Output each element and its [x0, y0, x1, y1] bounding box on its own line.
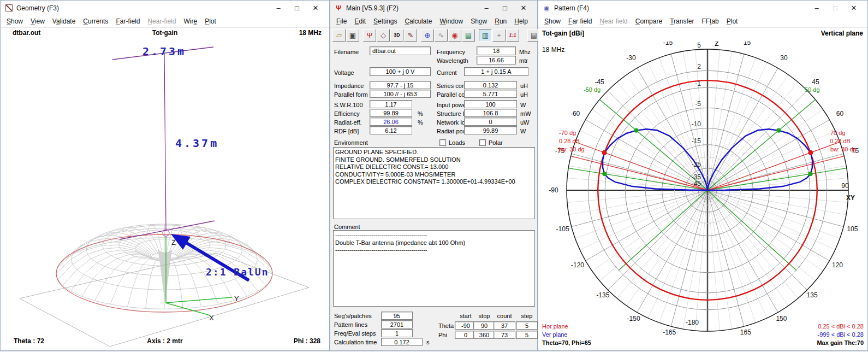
- 3d-view-button[interactable]: 3D: [390, 29, 403, 42]
- notebook-button[interactable]: ▥: [479, 29, 492, 42]
- seg-s-patches-field[interactable]: 95: [381, 312, 413, 320]
- comment-line: ----------------------------------------…: [334, 247, 534, 254]
- svg-text:-1: -1: [695, 80, 701, 87]
- calculation-time-field[interactable]: 0.172: [381, 338, 423, 346]
- main-menu-show[interactable]: Show: [467, 16, 491, 26]
- svg-text:50 dg: 50 dg: [805, 86, 820, 93]
- left-impedance-field[interactable]: 97.7 - j 15: [370, 81, 431, 89]
- polar-plot[interactable]: 52-1-5-10-15-25-35-45-165-150-135-120-10…: [538, 42, 868, 351]
- comment-textbox[interactable]: ----------------------------------------…: [333, 230, 535, 307]
- right-input-power-field[interactable]: 100: [464, 100, 517, 108]
- svg-text:-70 dg: -70 dg: [559, 130, 576, 136]
- antenna-button[interactable]: Ψ: [363, 29, 376, 42]
- main-menu-window[interactable]: Window: [436, 16, 467, 26]
- close-button[interactable]: ✕: [514, 1, 533, 15]
- right-series-comp--field[interactable]: 0.132: [464, 81, 517, 89]
- sweep-theta-step[interactable]: 5: [516, 321, 538, 330]
- svg-text:-5: -5: [695, 100, 701, 108]
- hor-range: 0.25 < dBi < 0.28: [818, 323, 864, 330]
- left-radiat-eff--field[interactable]: 26.06: [370, 118, 412, 126]
- line-chart-button[interactable]: ∿: [435, 29, 448, 42]
- 3d-view-icon: 3D: [394, 33, 400, 38]
- geometry-window: Geometry (F3) – □ ✕ ShowViewValidateCurr…: [0, 0, 330, 351]
- svg-text:45: 45: [812, 78, 819, 86]
- open-file-button[interactable]: ▱: [332, 29, 346, 42]
- main-menubar: FileEditSettingsCalculateWindowShowRunHe…: [330, 15, 537, 28]
- wavelength-field[interactable]: 16.66: [477, 56, 516, 64]
- sweep-phi-count[interactable]: 73: [494, 331, 515, 339]
- pattern-lines-field[interactable]: 2701: [381, 320, 413, 328]
- current-field[interactable]: 1 + j 0.15 A: [464, 67, 528, 76]
- polar-pattern-button[interactable]: ◉: [448, 29, 461, 42]
- main-titlebar[interactable]: Ψ Main [V5.9.3] (F2) – □ ✕: [330, 1, 537, 15]
- right-radiat-power-field[interactable]: 99.89: [464, 126, 517, 134]
- pattern-menu-compare[interactable]: Compare: [632, 16, 666, 26]
- polar-checkbox[interactable]: [479, 139, 486, 146]
- right-radiat-power-unit: W: [520, 128, 526, 134]
- maximize-button[interactable]: □: [826, 1, 845, 15]
- sweep-theta-count[interactable]: 37: [494, 321, 515, 330]
- main-menu-calculate[interactable]: Calculate: [401, 16, 436, 26]
- status-axis: Axis : 2 mtr: [1, 337, 329, 345]
- pattern-title-left: Tot-gain [dBi]: [542, 30, 584, 37]
- seg-s-patches-label: Seg's/patches: [334, 313, 372, 319]
- pattern-menu-far-field[interactable]: Far field: [564, 16, 596, 26]
- left-s-w-r-100-field[interactable]: 1.17: [370, 100, 412, 108]
- pattern-menu-fftab[interactable]: FFtab: [698, 16, 722, 26]
- sweep-theta-stop[interactable]: 90: [473, 321, 495, 330]
- minimize-button[interactable]: –: [807, 1, 826, 15]
- right-structure-loss-field[interactable]: 106.8: [464, 109, 517, 117]
- maximize-button[interactable]: □: [496, 1, 514, 15]
- main-menu-edit[interactable]: Edit: [350, 16, 370, 26]
- frequency-field[interactable]: 18: [477, 46, 516, 55]
- svg-text:-150: -150: [627, 315, 640, 322]
- right-network-loss-field[interactable]: 0: [464, 118, 517, 126]
- right-parallel-comp--field[interactable]: 5.771: [464, 90, 517, 98]
- freq-eval-steps-field[interactable]: 1: [381, 329, 413, 337]
- left-rdf-db--field[interactable]: 6.12: [370, 126, 412, 134]
- geometry-3d-view[interactable]: 2.73m 4.37m 2:1 BalUn Z X Y: [1, 39, 329, 334]
- left-parallel-form-field[interactable]: 100 // - j 653: [370, 90, 431, 98]
- edit-nec-button[interactable]: ✎: [404, 29, 417, 42]
- environment-textbox[interactable]: GROUND PLANE SPECIFIED.FINITE GROUND. SO…: [333, 147, 535, 219]
- cursor-readout: Theta=70, Phi=65: [542, 339, 591, 346]
- pattern-menu-transfer[interactable]: Transfer: [666, 16, 698, 26]
- pattern-menu-plot[interactable]: Plot: [723, 16, 742, 26]
- left-parallel-form-label: Parallel form: [334, 91, 368, 98]
- svg-text:30: 30: [780, 54, 788, 62]
- left-efficiency-field[interactable]: 99.89: [370, 109, 412, 117]
- ver-range: -999 < dBi < 0.28: [818, 331, 864, 338]
- main-menu-settings[interactable]: Settings: [370, 16, 401, 26]
- minimize-button[interactable]: –: [477, 1, 496, 15]
- voltage-field[interactable]: 100 + j 0 V: [370, 67, 431, 76]
- main-menu-run[interactable]: Run: [491, 16, 510, 26]
- pattern-menu-near-field[interactable]: Near field: [596, 16, 631, 26]
- color-books-button[interactable]: ▤: [462, 29, 475, 42]
- pattern-titlebar[interactable]: ◉ Pattern (F4) – □ ✕: [538, 1, 867, 15]
- pattern-frequency: 18 MHz: [542, 46, 564, 54]
- sweep-header-step: step: [516, 313, 538, 319]
- pattern-menu-show[interactable]: Show: [540, 16, 564, 26]
- filename-field[interactable]: dtbar.out: [370, 46, 431, 55]
- geometry-view-button[interactable]: ◇: [377, 29, 390, 42]
- svg-text:70 dg: 70 dg: [830, 130, 846, 136]
- main-menu-file[interactable]: File: [332, 16, 350, 26]
- svg-text:15: 15: [744, 42, 751, 46]
- far-field-button[interactable]: ⊕: [421, 29, 434, 42]
- svg-text:-60: -60: [570, 110, 580, 118]
- sweep-row-theta: Theta: [438, 322, 454, 329]
- svg-text:2: 2: [697, 63, 701, 71]
- one-to-one-button[interactable]: 1:1: [506, 29, 519, 42]
- loads-checkbox[interactable]: [439, 139, 446, 146]
- right-series-comp--unit: uH: [520, 83, 528, 89]
- main-menu-help[interactable]: Help: [510, 16, 532, 26]
- window-copy-button[interactable]: ▣: [346, 29, 359, 42]
- sweep-phi-stop[interactable]: 360: [473, 331, 495, 339]
- svg-text:-45: -45: [692, 180, 701, 187]
- main-window: Ψ Main [V5.9.3] (F2) – □ ✕ FileEditSetti…: [330, 0, 538, 351]
- legend-ver-plane: Ver plane: [542, 331, 567, 338]
- sweep-phi-step[interactable]: 5: [516, 331, 538, 339]
- z-axis-label: Z: [171, 238, 176, 247]
- close-button[interactable]: ✕: [845, 1, 863, 15]
- compass-button[interactable]: +: [492, 29, 506, 42]
